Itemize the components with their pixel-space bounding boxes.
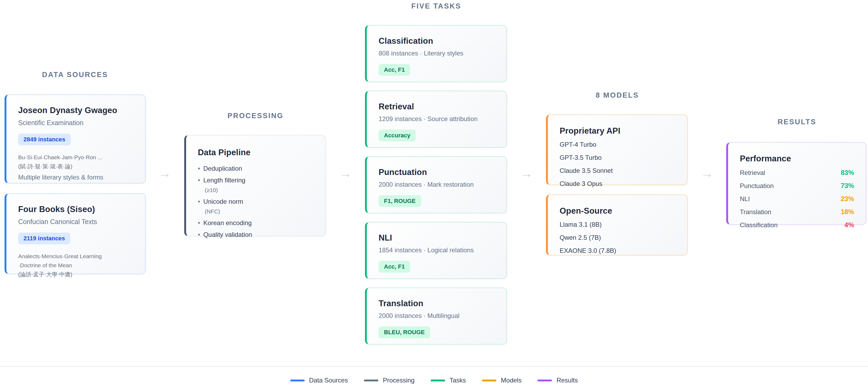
performance-value: 83% — [841, 166, 854, 179]
footer-divider — [0, 366, 868, 367]
performance-value: 18% — [841, 205, 854, 218]
legend: Data Sources Processing Tasks Models Res… — [0, 377, 868, 384]
card-subtitle: Confucian Canonical Texts — [18, 218, 133, 226]
step-note: (≥10) — [198, 186, 314, 194]
data-source-card-gwageo: Joseon Dynasty Gwageo Scientific Examina… — [4, 95, 146, 183]
task-card-nli: NLI 1854 instances · Logical relations A… — [365, 222, 507, 279]
legend-item-models: Models — [482, 377, 522, 384]
metric-badge: F1, ROUGE — [379, 195, 421, 207]
bullet-icon: • — [198, 231, 200, 238]
card-title: Translation — [379, 299, 495, 308]
heading-tasks: FIVE TASKS — [411, 2, 461, 10]
model-card-opensource: Open-Source Llama 3.1 (8B) Qwen 2.5 (7B)… — [546, 195, 688, 255]
legend-line-icon — [431, 380, 445, 381]
performance-value: 4% — [844, 218, 854, 231]
card-title: Performance — [740, 154, 854, 164]
metric-badge: Acc, F1 — [379, 261, 410, 273]
card-detail-lines: Bu·Si·Eui·Chaek·Jam·Pyo·Ron ... (賦·詩·疑·策… — [18, 153, 133, 181]
performance-row: Retrieval 83% — [740, 166, 854, 179]
model-card-proprietary: Proprietary API GPT-4 Turbo GPT-3.5 Turb… — [546, 114, 688, 185]
heading-results: RESULTS — [777, 118, 816, 126]
performance-row: Translation 18% — [740, 205, 854, 218]
bullet-icon: • — [198, 219, 200, 226]
processing-card-pipeline: Data Pipeline •Deduplication •Length fil… — [184, 135, 326, 236]
task-card-translation: Translation 2000 instances · Multilingua… — [365, 287, 507, 345]
task-card-classification: Classification 808 instances · Literary … — [365, 25, 507, 82]
card-meta: 2000 instances · Multilingual — [379, 312, 495, 319]
card-meta: 808 instances · Literary styles — [379, 49, 495, 57]
bullet-icon: • — [198, 165, 200, 172]
card-detail-lines: Analects·Mencius·Great Learning ·Doctrin… — [18, 252, 133, 279]
detail-line-hanja: (賦·詩·疑·策·箴·表·論) — [18, 162, 133, 171]
card-meta: 1854 instances · Logical relations — [379, 246, 495, 254]
instances-badge: 2849 instances — [18, 134, 71, 145]
card-title: Classification — [379, 36, 495, 46]
task-card-punctuation: Punctuation 2000 instances · Mark restor… — [365, 156, 507, 213]
performance-label: NLI — [740, 192, 750, 205]
legend-line-icon — [364, 380, 378, 381]
legend-label: Results — [556, 377, 578, 384]
card-meta: 1209 instances · Source attribution — [379, 115, 495, 123]
bullet-icon: • — [198, 198, 200, 205]
card-title: Retrieval — [379, 102, 495, 111]
detail-line-hanja: (論語·孟子·大學·中庸) — [18, 270, 133, 279]
heading-processing: PROCESSING — [227, 112, 283, 120]
performance-row: Classification 4% — [740, 218, 854, 232]
heading-models: 8 MODELS — [596, 91, 639, 100]
performance-rows: Retrieval 83% Punctuation 73% NLI 23% Tr… — [740, 166, 854, 232]
legend-item-tasks: Tasks — [431, 377, 466, 384]
metric-badge: BLEU, ROUGE — [379, 326, 430, 338]
model-item: EXAONE 3.0 (7.8B) — [560, 244, 676, 257]
step-label: Quality validation — [203, 231, 252, 238]
flow-arrow-icon: → — [339, 167, 352, 180]
legend-label: Models — [501, 377, 522, 384]
step-label: Length filtering — [203, 177, 245, 184]
model-item: Llama 3.1 (8B) — [560, 218, 676, 231]
pipeline-step: •Quality validation — [198, 229, 314, 241]
step-label: Deduplication — [203, 165, 242, 172]
card-title: Four Books (Siseo) — [18, 205, 133, 214]
step-note: (NFC) — [198, 208, 314, 215]
performance-label: Classification — [740, 219, 777, 232]
model-list: Llama 3.1 (8B) Qwen 2.5 (7B) EXAONE 3.0 … — [560, 218, 676, 257]
flow-arrow-icon: → — [158, 167, 171, 180]
metric-badge: Acc, F1 — [379, 64, 410, 76]
model-item: Claude 3 Opus — [560, 177, 676, 190]
model-item: Qwen 2.5 (7B) — [560, 231, 676, 244]
card-title: NLI — [379, 233, 495, 243]
legend-item-results: Results — [537, 377, 578, 384]
performance-value: 23% — [841, 192, 854, 205]
flow-arrow-icon: → — [520, 167, 533, 180]
data-source-card-siseo: Four Books (Siseo) Confucian Canonical T… — [4, 194, 146, 274]
card-subtitle: Scientific Examination — [18, 119, 133, 127]
performance-label: Retrieval — [740, 167, 765, 179]
detail-line: Bu·Si·Eui·Chaek·Jam·Pyo·Ron ... — [18, 153, 133, 162]
performance-label: Punctuation — [740, 179, 774, 192]
pipeline-step: •Korean encoding — [198, 217, 314, 229]
bullet-icon: • — [198, 177, 200, 184]
card-title: Punctuation — [379, 168, 495, 177]
detail-line: ·Doctrine of the Mean — [18, 261, 133, 270]
heading-data-sources: DATA SOURCES — [42, 71, 108, 79]
step-label: Unicode norm — [203, 198, 243, 205]
legend-label: Data Sources — [309, 377, 348, 384]
legend-line-icon — [537, 380, 552, 381]
pipeline-step: •Length filtering (≥10) — [198, 174, 314, 194]
legend-item-processing: Processing — [364, 377, 415, 384]
task-card-retrieval: Retrieval 1209 instances · Source attrib… — [365, 91, 507, 148]
flow-arrow-icon: → — [701, 167, 713, 180]
card-title: Proprietary API — [560, 126, 676, 136]
detail-line: Analects·Mencius·Great Learning — [18, 252, 133, 261]
model-list: GPT-4 Turbo GPT-3.5 Turbo Claude 3.5 Son… — [560, 138, 676, 190]
pipeline-step: •Unicode norm (NFC) — [198, 196, 314, 215]
performance-row: Punctuation 73% — [740, 179, 854, 192]
pipeline-step: •Deduplication — [198, 163, 314, 174]
card-title: Joseon Dynasty Gwageo — [18, 106, 133, 115]
step-label: Korean encoding — [203, 219, 251, 226]
detail-line: Multiple literary styles & forms — [18, 174, 133, 181]
legend-line-icon — [290, 380, 305, 381]
model-item: Claude 3.5 Sonnet — [560, 164, 676, 177]
card-meta: 2000 instances · Mark restoration — [379, 181, 495, 188]
results-card-performance: Performance Retrieval 83% Punctuation 73… — [726, 142, 866, 225]
card-title: Data Pipeline — [198, 148, 314, 157]
